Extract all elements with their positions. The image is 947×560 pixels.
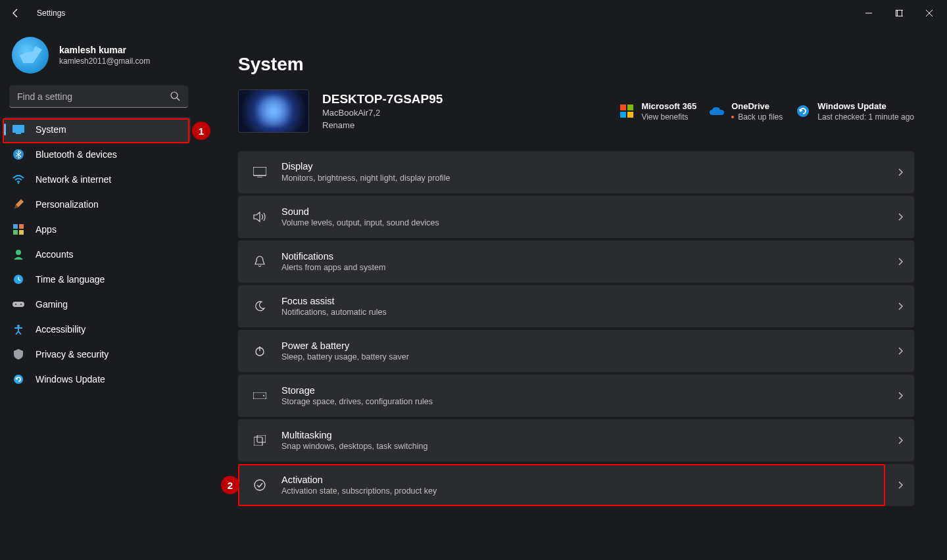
- sidebar-item-personalization[interactable]: Personalization: [0, 192, 197, 217]
- profile-email: kamlesh2011@gmail.com: [59, 57, 150, 66]
- svg-rect-20: [620, 112, 626, 118]
- chevron-right-icon: [897, 480, 904, 490]
- power-icon: [251, 342, 268, 360]
- nav-label: System: [36, 124, 66, 135]
- svg-rect-3: [12, 125, 24, 133]
- nav-label: Bluetooth & devices: [36, 149, 117, 160]
- nav-label: Accounts: [36, 249, 74, 260]
- row-sub: Storage space, drives, configuration rul…: [281, 397, 897, 406]
- profile-block[interactable]: kamlesh kumar kamlesh2011@gmail.com: [0, 34, 197, 85]
- svg-rect-23: [253, 167, 266, 175]
- quick-title: Microsoft 365: [641, 101, 696, 111]
- titlebar: Settings: [0, 0, 947, 26]
- row-multitasking[interactable]: MultitaskingSnap windows, desktops, task…: [238, 419, 914, 461]
- row-sound[interactable]: SoundVolume levels, output, input, sound…: [238, 196, 914, 238]
- bluetooth-icon: [12, 148, 25, 161]
- svg-rect-9: [13, 230, 18, 235]
- search-input[interactable]: [9, 85, 188, 108]
- svg-point-29: [255, 480, 265, 490]
- quick-title: Windows Update: [817, 101, 914, 111]
- quick-m365[interactable]: Microsoft 365 View benefits: [619, 101, 696, 122]
- device-thumbnail[interactable]: [238, 89, 309, 133]
- svg-point-14: [15, 304, 17, 306]
- window-controls: [854, 3, 944, 24]
- svg-point-6: [18, 182, 19, 183]
- row-title: Multitasking: [281, 430, 897, 440]
- quick-onedrive[interactable]: OneDrive Back up files: [710, 101, 783, 122]
- avatar: [12, 37, 49, 74]
- chevron-right-icon: [897, 168, 904, 177]
- device-summary: DESKTOP-7GSAP95 MacBookAir7,2 Rename Mic…: [238, 89, 914, 133]
- windows-update-icon: [796, 104, 810, 118]
- onedrive-icon: [710, 104, 724, 118]
- row-title: Storage: [281, 385, 897, 396]
- system-icon: [12, 123, 25, 136]
- sidebar-item-time[interactable]: Time & language: [0, 267, 197, 292]
- row-sub: Activation state, subscriptions, product…: [281, 486, 897, 496]
- nav-label: Accessibility: [36, 324, 85, 335]
- check-circle-icon: [251, 477, 268, 494]
- back-button[interactable]: [3, 0, 29, 26]
- svg-rect-7: [13, 224, 18, 229]
- sound-icon: [251, 208, 268, 225]
- main-content: System DESKTOP-7GSAP95 MacBookAir7,2 Ren…: [197, 26, 947, 560]
- sidebar-item-system[interactable]: System: [4, 117, 191, 142]
- svg-rect-10: [19, 230, 24, 235]
- svg-rect-18: [620, 105, 626, 110]
- sidebar: kamlesh kumar kamlesh2011@gmail.com Syst…: [0, 26, 197, 560]
- svg-rect-13: [12, 302, 24, 307]
- sidebar-item-bluetooth[interactable]: Bluetooth & devices: [0, 142, 197, 167]
- rename-link[interactable]: Rename: [322, 120, 443, 130]
- maximize-button[interactable]: [884, 3, 914, 24]
- row-title: Display: [281, 161, 897, 172]
- nav-label: Gaming: [36, 299, 68, 310]
- window-title: Settings: [37, 9, 65, 18]
- row-sub: Alerts from apps and system: [281, 263, 897, 272]
- sidebar-item-gaming[interactable]: Gaming: [0, 292, 197, 317]
- row-notifications[interactable]: NotificationsAlerts from apps and system: [238, 241, 914, 283]
- sidebar-item-update[interactable]: Windows Update: [0, 367, 197, 392]
- svg-point-26: [263, 395, 264, 396]
- nav-list: System Bluetooth & devices Network & int…: [0, 114, 197, 392]
- accessibility-icon: [12, 323, 25, 336]
- chevron-right-icon: [897, 257, 904, 266]
- row-sub: Monitors, brightness, night light, displ…: [281, 174, 450, 183]
- moon-icon: [251, 298, 268, 315]
- minimize-button[interactable]: [854, 3, 884, 24]
- svg-rect-4: [16, 133, 21, 134]
- row-sub: Volume levels, output, input, sound devi…: [281, 218, 897, 227]
- quick-windows-update[interactable]: Windows Update Last checked: 1 minute ag…: [796, 101, 914, 122]
- row-title: Activation: [281, 475, 897, 485]
- sidebar-item-network[interactable]: Network & internet: [0, 167, 197, 192]
- svg-point-11: [16, 250, 21, 255]
- apps-icon: [12, 223, 25, 236]
- personalization-icon: [12, 198, 25, 211]
- nav-label: Windows Update: [36, 374, 105, 385]
- sidebar-item-accessibility[interactable]: Accessibility: [0, 317, 197, 342]
- gaming-icon: [12, 298, 25, 311]
- row-display[interactable]: DisplayMonitors, brightness, night light…: [238, 151, 914, 193]
- close-button[interactable]: [914, 3, 944, 24]
- device-name: DESKTOP-7GSAP95: [322, 92, 443, 106]
- svg-rect-0: [896, 11, 902, 16]
- storage-icon: [251, 387, 268, 404]
- device-model: MacBookAir7,2: [322, 108, 443, 118]
- row-activation[interactable]: ActivationActivation state, subscription…: [238, 464, 914, 506]
- accounts-icon: [12, 248, 25, 261]
- shield-icon: [12, 348, 25, 361]
- svg-rect-19: [627, 105, 633, 110]
- sidebar-item-accounts[interactable]: Accounts: [0, 242, 197, 267]
- sidebar-item-privacy[interactable]: Privacy & security: [0, 342, 197, 367]
- row-power[interactable]: Power & batterySleep, battery usage, bat…: [238, 330, 914, 372]
- row-title: Sound: [281, 206, 897, 217]
- nav-label: Time & language: [36, 274, 105, 285]
- warning-dot: [731, 116, 734, 118]
- row-sub: Sleep, battery usage, battery saver: [281, 352, 897, 362]
- nav-label: Personalization: [36, 199, 99, 210]
- page-title: System: [238, 54, 914, 75]
- row-focus-assist[interactable]: Focus assistNotifications, automatic rul…: [238, 285, 914, 327]
- sidebar-item-apps[interactable]: Apps: [0, 217, 197, 242]
- svg-point-17: [14, 375, 23, 384]
- row-storage[interactable]: StorageStorage space, drives, configurat…: [238, 375, 914, 417]
- chevron-right-icon: [897, 212, 904, 222]
